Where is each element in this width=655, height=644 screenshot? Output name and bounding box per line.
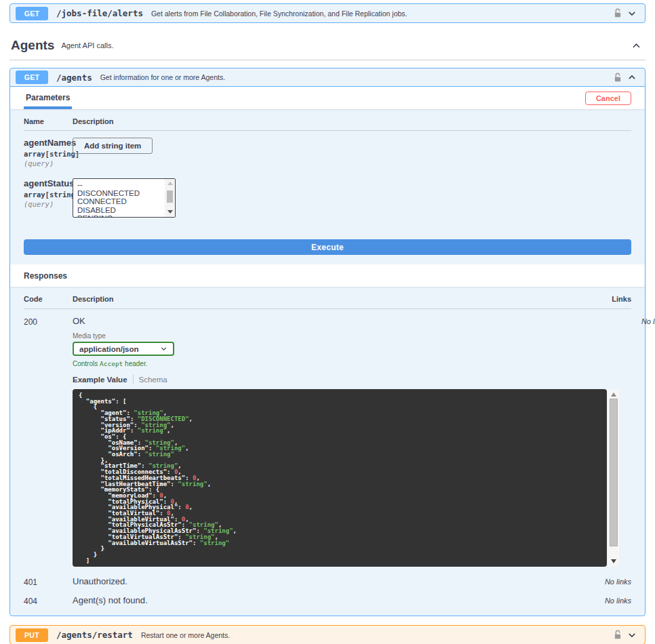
collapse-button[interactable] (624, 73, 639, 82)
listbox-option[interactable]: -- (73, 180, 165, 189)
http-method-badge: GET (16, 71, 48, 84)
endpoint-path: /agents/restart (56, 630, 133, 640)
scrollbar-thumb[interactable] (167, 190, 173, 203)
response-row-404: 404 Agent(s) not found. No links (24, 595, 631, 606)
response-description-cell: OK Media type application/json Controls … (73, 316, 619, 567)
listbox-option[interactable]: CONNECTED (73, 197, 165, 206)
parameter-location: (query) (24, 200, 71, 208)
tab-parameters[interactable]: Parameters (24, 87, 72, 109)
agents-section-header[interactable]: Agents Agent API calls. (9, 34, 646, 60)
response-description: Unauthorized. (73, 576, 582, 587)
http-method-badge: PUT (16, 628, 48, 642)
media-type-select[interactable]: application/json (73, 342, 174, 356)
description-column-header: Description (73, 117, 631, 125)
auth-lock-button[interactable] (611, 8, 624, 18)
endpoint-agents-restart: PUT /agents/restart Restart one or more … (9, 625, 646, 644)
listbox-option[interactable]: PENDING (73, 214, 165, 217)
parameter-name: agentNames (24, 138, 71, 148)
endpoint-summary-jobs-file-alerts[interactable]: GET /jobs-file/alerts Get alerts from Fi… (10, 4, 645, 22)
auth-lock-button[interactable] (611, 630, 624, 640)
response-row-401: 401 Unauthorized. No links (24, 576, 631, 587)
listbox-option[interactable]: DISCONNECTED (73, 189, 165, 198)
parameter-row-agent-names: agentNames array[string] (query) Add str… (24, 138, 631, 167)
swagger-api-page: GET /jobs-file/alerts Get alerts from Fi… (0, 0, 655, 644)
tab-schema[interactable]: Schema (139, 376, 167, 384)
section-subtitle: Agent API calls. (61, 41, 629, 49)
parameter-type: array[string] (24, 190, 71, 199)
unlock-icon (614, 73, 622, 83)
tab-divider (133, 375, 134, 384)
response-code: 401 (24, 576, 71, 587)
response-description: OK (73, 316, 619, 326)
agent-status-listbox[interactable]: -- DISCONNECTED CONNECTED DISABLED PENDI… (73, 178, 176, 218)
chevron-down-icon (627, 9, 637, 18)
response-row-200: 200 OK Media type application/json Contr… (24, 316, 631, 567)
response-links: No links (584, 595, 631, 606)
code-scrollbar[interactable] (608, 389, 619, 567)
parameter-location: (query) (24, 159, 71, 167)
http-method-badge: GET (16, 7, 48, 20)
unlock-icon (614, 630, 622, 640)
scrollbar-thumb[interactable] (610, 399, 618, 546)
scroll-down-icon[interactable] (167, 210, 173, 214)
endpoint-summary-agents-restart[interactable]: PUT /agents/restart Restart one or more … (10, 626, 645, 644)
accept-header-hint: Controls Accept header. (73, 360, 619, 367)
chevron-up-icon (627, 73, 637, 82)
example-json-code: { "agents": [ { "agent": "string", "stat… (73, 389, 607, 567)
parameters-tab-header: Parameters Cancel (10, 87, 645, 109)
execute-wrapper: Execute (10, 234, 645, 264)
endpoint-summary-agents[interactable]: GET /agents Get information for one or m… (10, 68, 645, 87)
tab-example-value[interactable]: Example Value (73, 376, 127, 384)
example-code-wrapper: { "agents": [ { "agent": "string", "stat… (73, 389, 619, 567)
response-links: No links (584, 576, 631, 587)
media-type-value: application/json (79, 345, 160, 353)
response-description: Agent(s) not found. (73, 595, 582, 606)
scroll-down-icon[interactable] (611, 559, 616, 563)
auth-lock-button[interactable] (611, 73, 624, 83)
responses-title: Responses (24, 271, 67, 281)
code-column-header: Code (24, 295, 71, 303)
expand-button[interactable] (624, 630, 639, 640)
endpoint-path: /agents (56, 73, 92, 83)
description-column-header: Description (73, 295, 582, 303)
response-code: 200 (24, 316, 71, 567)
example-schema-tabs: Example Value Schema (73, 375, 619, 384)
parameter-name-cell: agentStatus array[string] (query) (24, 178, 71, 218)
listbox-options: -- DISCONNECTED CONNECTED DISABLED PENDI… (73, 179, 165, 217)
collapse-section-button[interactable] (629, 41, 644, 51)
parameters-area: Name Description agentNames array[string… (10, 109, 645, 234)
parameter-value-cell: Add string item (73, 138, 631, 167)
parameter-value-cell: -- DISCONNECTED CONNECTED DISABLED PENDI… (73, 178, 631, 218)
parameter-name: agentStatus (24, 178, 71, 188)
endpoint-description: Get information for one or more Agents. (100, 73, 611, 81)
chevron-down-icon (627, 630, 637, 640)
responses-table: Code Description Links 200 OK Media type… (10, 287, 645, 616)
listbox-option[interactable]: DISABLED (73, 206, 165, 215)
links-column-header: Links (584, 295, 631, 303)
tab-parameters-label: Parameters (26, 93, 70, 102)
scroll-up-icon[interactable] (611, 393, 616, 397)
parameter-row-agent-status: agentStatus array[string] (query) -- DIS… (24, 178, 631, 218)
responses-header: Responses (10, 264, 645, 287)
chevron-up-icon (631, 41, 641, 51)
parameter-type: array[string] (24, 150, 71, 158)
endpoint-jobs-file-alerts: GET /jobs-file/alerts Get alerts from Fi… (9, 3, 646, 23)
response-code: 404 (24, 595, 71, 606)
response-links: No links (620, 316, 655, 567)
parameter-name-cell: agentNames array[string] (query) (24, 138, 71, 167)
responses-table-head: Code Description Links (24, 295, 631, 309)
cancel-button[interactable]: Cancel (585, 92, 631, 105)
listbox-scrollbar[interactable] (165, 179, 175, 217)
scroll-up-icon[interactable] (167, 182, 173, 185)
unlock-icon (614, 8, 622, 18)
media-type-label: Media type (73, 332, 619, 340)
add-string-item-button[interactable]: Add string item (73, 138, 153, 154)
endpoint-description: Restart one or more Agents. (141, 631, 611, 639)
parameters-table-head: Name Description (24, 117, 631, 131)
section-title: Agents (11, 38, 54, 53)
endpoint-path: /jobs-file/alerts (56, 8, 143, 18)
execute-button[interactable]: Execute (24, 239, 631, 255)
endpoint-agents-get: GET /agents Get information for one or m… (9, 68, 646, 616)
chevron-down-icon (160, 345, 167, 353)
expand-button[interactable] (624, 9, 639, 18)
